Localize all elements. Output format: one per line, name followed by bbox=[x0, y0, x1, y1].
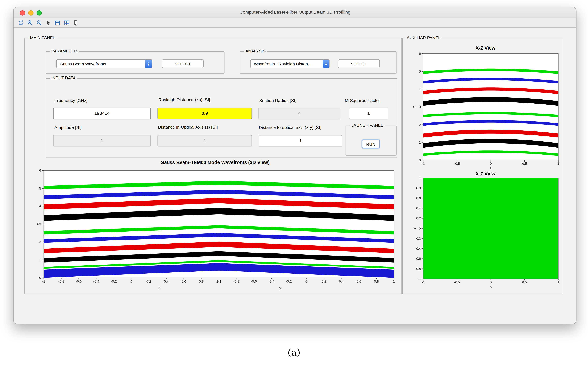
zoom-button[interactable] bbox=[36, 10, 42, 15]
main-chart-title: Gauss Beam-TEM00 Mode Wavefronts (3D Vie… bbox=[34, 160, 396, 165]
main-panel-label: MAIN PANEL bbox=[28, 35, 57, 40]
m-squared-input[interactable] bbox=[349, 108, 388, 119]
data-cursor-icon[interactable] bbox=[45, 19, 51, 26]
svg-text:-1: -1 bbox=[418, 277, 421, 281]
section-radius-label: Section Radius [SI] bbox=[259, 98, 296, 103]
svg-text:0.6: 0.6 bbox=[181, 279, 186, 283]
svg-text:-0.2: -0.2 bbox=[111, 279, 117, 283]
svg-text:-0.6: -0.6 bbox=[251, 279, 257, 283]
figure-caption: (a) bbox=[0, 347, 588, 358]
svg-text:-0.2: -0.2 bbox=[415, 237, 421, 240]
svg-text:-1: -1 bbox=[42, 279, 45, 283]
distance-xy-input[interactable] bbox=[259, 135, 342, 146]
rotate-3d-icon[interactable] bbox=[17, 19, 24, 26]
svg-text:-0.5: -0.5 bbox=[454, 162, 460, 165]
chevron-up-down-icon: ▲▼ bbox=[145, 60, 152, 68]
svg-text:3: 3 bbox=[419, 105, 421, 109]
input-data-group-label: INPUT DATA bbox=[50, 76, 77, 80]
svg-text:-0.8: -0.8 bbox=[233, 279, 239, 283]
plot-tools-icon[interactable] bbox=[63, 19, 70, 26]
m-squared-label: M-Squared Factor bbox=[345, 98, 380, 103]
svg-text:-0.4: -0.4 bbox=[93, 279, 99, 283]
run-button[interactable]: RUN bbox=[362, 140, 380, 148]
svg-text:-0.4: -0.4 bbox=[269, 279, 274, 283]
svg-text:1: 1 bbox=[393, 279, 395, 283]
svg-text:x: x bbox=[490, 166, 492, 170]
svg-text:5: 5 bbox=[39, 186, 41, 190]
svg-text:0.2: 0.2 bbox=[321, 279, 326, 283]
save-icon[interactable] bbox=[54, 19, 60, 26]
aux-chart-2-title: X-Z View bbox=[410, 171, 561, 176]
svg-text:-1: -1 bbox=[422, 162, 425, 165]
title-bar[interactable]: Computer-Aided Laser-Fiber Output Beam 3… bbox=[14, 7, 576, 18]
page: Computer-Aided Laser-Fiber Output Beam 3… bbox=[0, 0, 588, 367]
svg-text:1: 1 bbox=[419, 141, 421, 144]
zoom-out-icon[interactable] bbox=[36, 19, 42, 26]
parameter-group-label: PARAMETER bbox=[50, 49, 79, 53]
svg-text:-0.8: -0.8 bbox=[415, 267, 421, 271]
analysis-dropdown-value: Wavefronts - Rayleigh Distan... bbox=[251, 61, 323, 66]
svg-text:0: 0 bbox=[39, 276, 41, 279]
aux-xz-chart: 0123456-1-0.500.51xz bbox=[410, 51, 561, 172]
svg-text:0: 0 bbox=[419, 158, 421, 162]
parameter-dropdown[interactable]: Gauss Beam Wavefronts ▲▼ bbox=[56, 59, 152, 68]
svg-text:0.8: 0.8 bbox=[416, 186, 421, 190]
svg-text:4: 4 bbox=[419, 87, 421, 91]
svg-text:-0.5: -0.5 bbox=[454, 280, 460, 284]
svg-text:0: 0 bbox=[305, 279, 307, 283]
amplitude-input bbox=[53, 135, 151, 146]
launch-panel-label: LAUNCH PANEL bbox=[350, 123, 385, 127]
analysis-group-label: ANALYSIS bbox=[244, 49, 267, 53]
distance-xy-label: Distance to optical axis (x-y) [SI] bbox=[259, 125, 321, 130]
svg-text:0.8: 0.8 bbox=[374, 279, 379, 283]
analysis-select-button[interactable]: SELECT bbox=[338, 59, 380, 68]
svg-text:x: x bbox=[490, 284, 492, 288]
svg-text:1: 1 bbox=[557, 280, 559, 284]
minimize-button[interactable] bbox=[28, 10, 34, 15]
svg-text:x: x bbox=[159, 285, 160, 289]
aux-chart-1-title: X-Z View bbox=[410, 45, 561, 50]
main-3d-chart: 0123456-1-0.8-0.6-0.4-0.200.20.40.60.81-… bbox=[34, 167, 400, 293]
parameter-dropdown-value: Gauss Beam Wavefronts bbox=[57, 61, 145, 66]
rayleigh-distance-input[interactable] bbox=[158, 108, 252, 119]
svg-text:-1: -1 bbox=[422, 280, 425, 284]
svg-text:-0.2: -0.2 bbox=[286, 279, 292, 283]
svg-text:z: z bbox=[412, 106, 416, 108]
svg-text:0.5: 0.5 bbox=[522, 280, 527, 284]
svg-text:-0.6: -0.6 bbox=[415, 257, 421, 260]
frequency-label: Frequency [GHz] bbox=[54, 98, 88, 103]
svg-text:0: 0 bbox=[419, 226, 421, 230]
svg-text:0.2: 0.2 bbox=[416, 216, 421, 220]
svg-text:0.2: 0.2 bbox=[146, 279, 151, 283]
figure-toolbar bbox=[14, 18, 576, 28]
svg-text:0.6: 0.6 bbox=[356, 279, 361, 283]
svg-text:6: 6 bbox=[419, 52, 421, 55]
svg-text:0: 0 bbox=[130, 279, 132, 283]
svg-text:-0.8: -0.8 bbox=[58, 279, 64, 283]
svg-text:6: 6 bbox=[39, 168, 41, 172]
zoom-in-icon[interactable] bbox=[27, 19, 33, 26]
svg-text:0.4: 0.4 bbox=[164, 279, 169, 283]
svg-text:1: 1 bbox=[419, 176, 421, 180]
section-radius-input bbox=[258, 108, 340, 119]
svg-text:1-1: 1-1 bbox=[216, 279, 221, 283]
close-button[interactable] bbox=[20, 10, 25, 15]
svg-text:1: 1 bbox=[557, 162, 559, 165]
svg-text:1: 1 bbox=[39, 258, 41, 262]
colorbar-icon[interactable] bbox=[72, 19, 79, 26]
svg-text:y: y bbox=[279, 286, 281, 290]
amplitude-label: Amplitude [SI] bbox=[54, 125, 82, 130]
distance-z-input bbox=[158, 135, 252, 146]
svg-text:0: 0 bbox=[490, 280, 492, 284]
svg-text:-0.4: -0.4 bbox=[415, 247, 421, 250]
parameter-select-button[interactable]: SELECT bbox=[162, 59, 204, 68]
chevron-up-down-icon: ▲▼ bbox=[323, 60, 329, 68]
svg-text:0.5: 0.5 bbox=[522, 162, 527, 165]
svg-text:4: 4 bbox=[39, 204, 41, 208]
rayleigh-distance-label: Rayleigh Distance (zo) [SI] bbox=[158, 97, 210, 102]
auxiliar-panel-label: AUXILIAR PANEL bbox=[405, 35, 442, 40]
analysis-dropdown[interactable]: Wavefronts - Rayleigh Distan... ▲▼ bbox=[251, 59, 330, 68]
aux-xy-chart: 10.80.60.40.20-0.2-0.4-0.6-0.8-1-1-0.500… bbox=[410, 176, 561, 290]
svg-text:z: z bbox=[36, 223, 40, 225]
frequency-input[interactable] bbox=[53, 108, 151, 119]
